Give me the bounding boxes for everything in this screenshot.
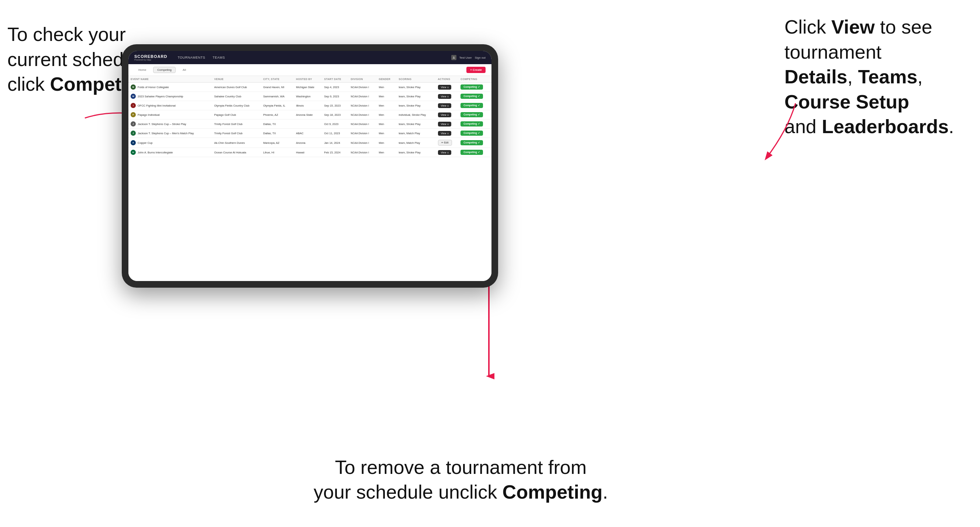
cell-scoring: team, Stroke Play <box>396 92 435 101</box>
tablet-device: SCOREBOARD Powered by clipp TOURNAMENTS … <box>122 44 498 288</box>
ar-details-bold: Details <box>784 66 848 87</box>
col-event-name: EVENT NAME <box>129 76 212 83</box>
cell-city: Grand Haven, MI <box>261 83 294 92</box>
col-scoring: SCORING <box>396 76 435 83</box>
ar-tournament: tournament <box>784 41 881 63</box>
user-icon <box>451 55 457 60</box>
cell-date: Sep 18, 2023 <box>322 110 348 119</box>
event-name-text: Papago Individual <box>138 113 160 116</box>
cell-city: Dallas, TX <box>261 119 294 129</box>
cell-hosted: Arizona <box>294 138 322 148</box>
filter-competing-tab[interactable]: Competing <box>153 67 176 73</box>
nav-user: Test User <box>460 56 472 59</box>
event-name-text: Jackson T. Stephens Cup – Stroke Play <box>138 122 186 126</box>
cell-scoring: individual, Stroke Play <box>396 110 435 119</box>
logo-title: SCOREBOARD <box>134 54 167 59</box>
cell-gender: Men <box>376 83 396 92</box>
cell-competing: Competing ✓ <box>458 119 492 129</box>
table-row: A Copper Cup Ak-Chin Southern Dunes Mari… <box>129 138 492 148</box>
cell-hosted: Arizona State <box>294 110 322 119</box>
cell-event: A Copper Cup <box>129 138 212 148</box>
cell-gender: Men <box>376 119 396 129</box>
cell-actions: View ℹ <box>436 101 459 110</box>
filter-all-tab[interactable]: All <box>178 67 190 73</box>
cell-hosted: Washington <box>294 92 322 101</box>
cell-division: NCAA Division I <box>349 83 377 92</box>
cell-division: NCAA Division I <box>349 129 377 138</box>
competing-button[interactable]: Competing ✓ <box>460 130 483 136</box>
cell-date: Oct 11, 2023 <box>322 129 348 138</box>
ar-comma2: , <box>917 66 923 87</box>
competing-button[interactable]: Competing ✓ <box>460 140 483 145</box>
cell-date: Oct 9, 2023 <box>322 119 348 129</box>
table-row: P Papago Individual Papago Golf Club Pho… <box>129 110 492 119</box>
filter-bar: Home Competing All + Create <box>129 64 492 76</box>
cell-actions: View ℹ <box>436 129 459 138</box>
view-button[interactable]: View ℹ <box>438 150 451 155</box>
ab-period: . <box>603 481 608 503</box>
nav-teams[interactable]: TEAMS <box>213 56 225 59</box>
view-button[interactable]: View ℹ <box>438 85 451 90</box>
cell-division: NCAA Division I <box>349 101 377 110</box>
cell-venue: Trinity Forest Golf Club <box>212 129 261 138</box>
event-name-text: Jackson T. Stephens Cup – Men's Match Pl… <box>138 132 194 135</box>
event-name-text: John A. Burns Intercollegiate <box>138 151 173 154</box>
view-button[interactable]: View ℹ <box>438 103 451 108</box>
cell-event: W 2023 Sahalee Players Championship <box>129 92 212 101</box>
view-button[interactable]: View ℹ <box>438 113 451 117</box>
logo-sub: Powered by clipp <box>134 59 167 61</box>
cell-actions: ✏ Edit <box>436 138 459 148</box>
view-button[interactable]: View ℹ <box>438 122 451 127</box>
cell-event: M Folds of Honor Collegiate <box>129 83 212 92</box>
cell-division: NCAA Division I <box>349 138 377 148</box>
nav-tournaments[interactable]: TOURNAMENTS <box>178 56 205 59</box>
competing-button[interactable]: Competing ✓ <box>460 112 483 117</box>
competing-button[interactable]: Competing ✓ <box>460 121 483 127</box>
nav-signout[interactable]: Sign out <box>475 56 485 59</box>
cell-gender: Men <box>376 101 396 110</box>
cell-actions: View ℹ <box>436 110 459 119</box>
cell-actions: View ℹ <box>436 148 459 157</box>
event-name-text: Copper Cup <box>138 141 153 144</box>
cell-competing: Competing ✓ <box>458 83 492 92</box>
cell-venue: Olympia Fields Country Club <box>212 101 261 110</box>
cell-scoring: team, Stroke Play <box>396 83 435 92</box>
cell-gender: Men <box>376 138 396 148</box>
cell-scoring: team, Stroke Play <box>396 101 435 110</box>
competing-button[interactable]: Competing ✓ <box>460 84 483 90</box>
cell-city: Dallas, TX <box>261 129 294 138</box>
table-row: J Jackson T. Stephens Cup – Stroke Play … <box>129 119 492 129</box>
cell-event: H John A. Burns Intercollegiate <box>129 148 212 157</box>
nav-bar: SCOREBOARD Powered by clipp TOURNAMENTS … <box>129 51 492 64</box>
annotation-bottom: To remove a tournament from your schedul… <box>313 455 608 505</box>
cell-venue: Sahalee Country Club <box>212 92 261 101</box>
competing-button[interactable]: Competing ✓ <box>460 94 483 99</box>
tablet-screen: SCOREBOARD Powered by clipp TOURNAMENTS … <box>129 51 492 281</box>
filter-home-tab[interactable]: Home <box>134 67 150 73</box>
col-venue: VENUE <box>212 76 261 83</box>
cell-venue: Ak-Chin Southern Dunes <box>212 138 261 148</box>
team-logo: W <box>130 94 136 99</box>
create-button[interactable]: + Create <box>466 67 485 73</box>
cell-city: Phoenix, AZ <box>261 110 294 119</box>
view-button[interactable]: View ℹ <box>438 131 451 136</box>
team-logo: P <box>130 112 136 117</box>
view-button[interactable]: View ℹ <box>438 94 451 99</box>
cell-event: I OFCC Fighting Illini Invitational <box>129 101 212 110</box>
cell-event: J Jackson T. Stephens Cup – Men's Match … <box>129 129 212 138</box>
ar-coursesetup-bold: Course Setup <box>784 91 909 113</box>
cell-city: Lihue, HI <box>261 148 294 157</box>
table-row: H John A. Burns Intercollegiate Ocean Co… <box>129 148 492 157</box>
col-competing: COMPETING <box>458 76 492 83</box>
ab-line1: To remove a tournament from <box>335 457 587 478</box>
competing-button[interactable]: Competing ✓ <box>460 150 483 155</box>
team-logo: J <box>130 121 136 127</box>
edit-button[interactable]: ✏ Edit <box>438 140 452 146</box>
col-actions: ACTIONS <box>436 76 459 83</box>
event-name-text: OFCC Fighting Illini Invitational <box>138 104 176 107</box>
cell-venue: Trinity Forest Golf Club <box>212 119 261 129</box>
cell-division: NCAA Division I <box>349 148 377 157</box>
cell-event: J Jackson T. Stephens Cup – Stroke Play <box>129 119 212 129</box>
competing-button[interactable]: Competing ✓ <box>460 103 483 108</box>
cell-venue: Papago Golf Club <box>212 110 261 119</box>
